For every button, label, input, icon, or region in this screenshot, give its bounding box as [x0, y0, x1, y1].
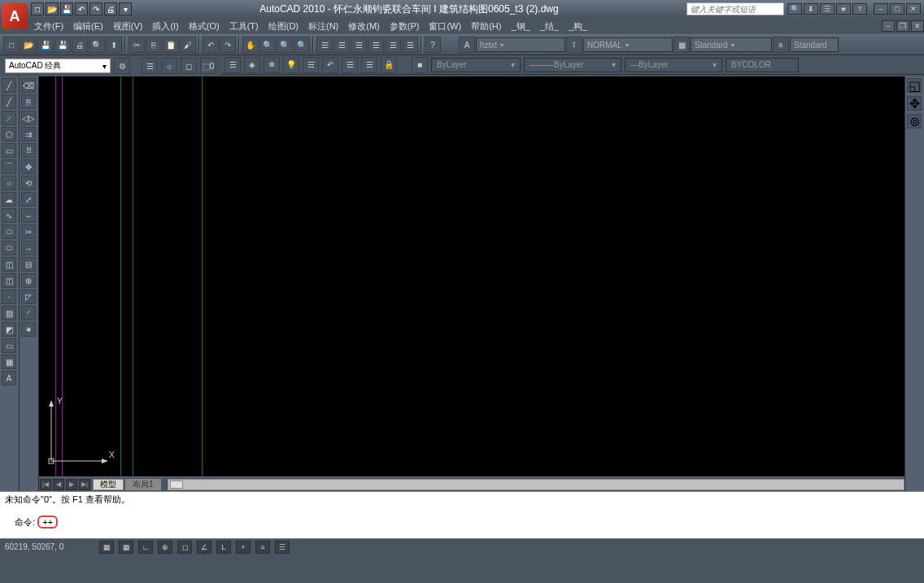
break-icon[interactable]: ⊟	[21, 257, 36, 272]
open-icon[interactable]: 📂	[46, 2, 59, 15]
redo-button[interactable]: ↷	[220, 37, 236, 53]
qat-dropdown-icon[interactable]: ▾	[119, 2, 132, 15]
arc-icon[interactable]: ⌒	[2, 159, 16, 174]
point-icon[interactable]: ·	[2, 289, 16, 304]
table-icon[interactable]: ▦	[2, 355, 16, 369]
colorcontrol-icon[interactable]: ■	[412, 57, 428, 73]
tablestyle-button[interactable]: ▦	[673, 37, 690, 53]
menu-format[interactable]: 格式(O)	[184, 20, 224, 33]
hscroll-thumb[interactable]	[170, 481, 183, 489]
tablestyle-combo[interactable]: Standard▾	[691, 37, 772, 52]
undo-icon[interactable]: ↶	[75, 2, 88, 15]
tp-icon[interactable]: ☰	[142, 58, 158, 74]
ellipsearc-icon[interactable]: ⬭	[2, 241, 16, 255]
copy-obj-icon[interactable]: ⎘	[21, 94, 36, 109]
tab-prev-icon[interactable]: ◀	[53, 479, 64, 490]
maximize-button[interactable]: □	[890, 3, 904, 15]
workspace-combo[interactable]: AutoCAD 经典▾	[5, 59, 111, 73]
navbar-icon[interactable]: ✥	[907, 96, 922, 111]
xline-icon[interactable]: ╱	[2, 94, 16, 109]
toolpalettes-button[interactable]: ☰	[351, 37, 367, 53]
menu-file[interactable]: 文件(F)	[29, 20, 68, 33]
line-icon[interactable]: ╱	[2, 78, 16, 93]
trim-icon[interactable]: ✂	[21, 224, 36, 239]
polygon-icon[interactable]: ⬠	[2, 127, 16, 141]
app-menu-button[interactable]: A	[2, 3, 28, 29]
mlstyle-combo[interactable]: Standard	[790, 37, 839, 52]
layerfreeze-button[interactable]: ❄	[264, 57, 280, 73]
tp3-icon[interactable]: ◻	[181, 58, 197, 74]
menu-gou[interactable]: _构_	[564, 20, 592, 33]
infocenter-search-input[interactable]	[686, 2, 784, 15]
join-icon[interactable]: ⊕	[21, 273, 36, 288]
tab-next-icon[interactable]: ▶	[66, 479, 77, 490]
dsc-button[interactable]: ☰	[333, 37, 350, 53]
markup-button[interactable]: ☰	[385, 37, 401, 53]
undo-button[interactable]: ↶	[203, 37, 219, 53]
menu-dim[interactable]: 标注(N)	[303, 20, 343, 33]
rotate-icon[interactable]: ⟲	[21, 176, 36, 190]
color-combo[interactable]: ByLayer▾	[431, 58, 521, 72]
region-icon[interactable]: ▭	[2, 338, 16, 353]
viewcube-icon[interactable]: ◱	[907, 78, 922, 93]
workspace-gear-icon[interactable]: ⚙	[114, 58, 130, 74]
explode-icon[interactable]: ✷	[21, 322, 36, 337]
tp2-icon[interactable]: ☼	[161, 58, 177, 74]
tab-model[interactable]: 模型	[93, 479, 124, 490]
layeriso-button[interactable]: ◈	[244, 57, 260, 73]
osnap-toggle[interactable]: ◻	[177, 541, 192, 554]
new-button[interactable]: □	[3, 37, 20, 53]
menu-view[interactable]: 视图(V)	[108, 20, 148, 33]
layerprev-button[interactable]: ↶	[322, 57, 338, 73]
move-icon[interactable]: ✥	[21, 159, 36, 174]
hatch-icon[interactable]: ▨	[2, 306, 16, 320]
layermatch-button[interactable]: ☰	[303, 57, 319, 73]
comm-icon[interactable]: ☰	[820, 3, 835, 15]
spline-icon[interactable]: ∿	[2, 208, 16, 223]
extend-icon[interactable]: →	[21, 241, 36, 255]
preview-button[interactable]: 🔍	[89, 37, 105, 53]
offset-icon[interactable]: ⇉	[21, 127, 36, 141]
mirror-icon[interactable]: ◁▷	[21, 111, 36, 125]
search-icon[interactable]: 🔍	[787, 3, 802, 15]
properties-button[interactable]: ☰	[316, 37, 333, 53]
menu-edit[interactable]: 编辑(E)	[68, 20, 108, 33]
lwt-toggle[interactable]: ≡	[255, 541, 270, 554]
doc-restore-button[interactable]: ❐	[896, 20, 909, 32]
lineweight-combo[interactable]: — ByLayer▾	[625, 58, 722, 72]
pline-icon[interactable]: ⟋	[2, 111, 16, 125]
mlstyle-button[interactable]: ≡	[773, 37, 789, 53]
menu-draw[interactable]: 绘图(D)	[264, 20, 303, 33]
menu-window[interactable]: 窗口(W)	[424, 20, 466, 33]
revcloud-icon[interactable]: ☁	[2, 192, 16, 207]
model-space[interactable]: Y X	[39, 76, 904, 491]
fillet-icon[interactable]: ◜	[21, 306, 36, 320]
pan-button[interactable]: ✋	[242, 37, 259, 53]
zoom-window-button[interactable]: 🔍	[277, 37, 293, 53]
layeroff-button[interactable]: 💡	[283, 57, 299, 73]
otrack-toggle[interactable]: ∠	[197, 541, 211, 554]
redo-icon[interactable]: ↷	[89, 2, 102, 15]
textstyle-combo[interactable]: hztxt▾	[476, 37, 565, 52]
tab-last-icon[interactable]: ▶|	[79, 479, 90, 490]
close-button[interactable]: ✕	[906, 3, 921, 15]
help-icon[interactable]: ?	[852, 3, 867, 15]
layerlock-button[interactable]: 🔒	[381, 57, 397, 73]
scale-icon[interactable]: ⤢	[21, 192, 36, 207]
menu-help[interactable]: 帮助(H)	[466, 20, 506, 33]
open-button[interactable]: 📂	[20, 37, 37, 53]
favorites-icon[interactable]: ★	[836, 3, 851, 15]
gradient-icon[interactable]: ◩	[2, 322, 16, 337]
polar-toggle[interactable]: ⊕	[158, 541, 172, 554]
menu-jie[interactable]: _结_	[535, 20, 564, 33]
ducs-toggle[interactable]: L	[216, 541, 231, 554]
mtext-icon[interactable]: A	[2, 371, 16, 385]
layerfilter-button[interactable]: ☰	[361, 57, 377, 73]
dimstyle-button[interactable]: ⟟	[566, 37, 582, 53]
makeblock-icon[interactable]: ◫	[2, 273, 16, 288]
print-icon[interactable]: 🖨	[104, 2, 117, 15]
layerstates-button[interactable]: ☰	[342, 57, 358, 73]
menu-insert[interactable]: 插入(I)	[147, 20, 183, 33]
chamfer-icon[interactable]: ◸	[21, 289, 36, 304]
layerprops-button[interactable]: ☰	[224, 57, 241, 73]
